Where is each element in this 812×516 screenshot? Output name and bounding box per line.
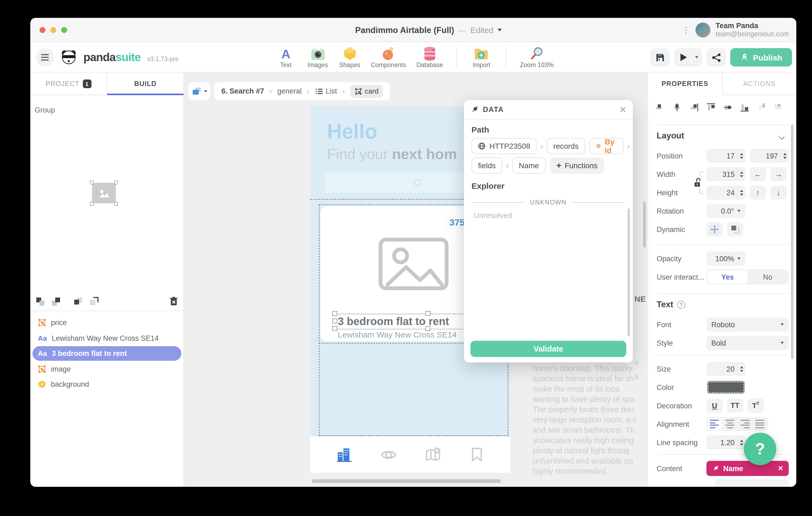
preview-button[interactable] xyxy=(674,48,702,66)
screen-selector-button[interactable] xyxy=(188,82,210,100)
remove-binding-icon[interactable]: ✕ xyxy=(778,465,783,472)
distribute-h-icon[interactable] xyxy=(757,103,766,112)
dynamic-position-button[interactable] xyxy=(706,222,723,236)
layer-row-subtitle[interactable]: Aa Lewisham Way New Cross SE14 xyxy=(32,331,181,345)
breadcrumb-card-selected[interactable]: card xyxy=(350,85,383,98)
add-functions-button[interactable]: + Functions xyxy=(550,157,604,174)
layer-row-title-selected[interactable]: Aa 3 bedroom flat to rent xyxy=(32,346,181,361)
rotation-dropdown[interactable]: 0.0° xyxy=(706,204,746,218)
minimize-window-button[interactable] xyxy=(50,27,56,33)
text-align-right-button[interactable] xyxy=(738,418,752,430)
byid-function-chip[interactable]: By Id xyxy=(589,138,624,154)
selected-text-element[interactable]: 3 bedroom flat to rent xyxy=(338,315,449,328)
tool-text[interactable]: A Text xyxy=(275,47,297,68)
bring-to-front-icon[interactable] xyxy=(52,297,61,306)
send-to-back-icon[interactable] xyxy=(89,297,98,306)
delete-layer-icon[interactable] xyxy=(169,296,178,306)
align-middle-v-icon[interactable] xyxy=(723,103,732,112)
hamburger-menu-button[interactable] xyxy=(36,48,54,66)
tab-project[interactable]: PROJECT 1 xyxy=(30,72,107,95)
height-stepper[interactable]: 24 xyxy=(706,185,746,200)
share-button[interactable] xyxy=(706,48,726,66)
tool-components[interactable]: Components xyxy=(371,47,406,68)
style-dropdown[interactable]: Bold xyxy=(706,336,789,350)
records-chip[interactable]: records xyxy=(547,138,585,154)
font-dropdown[interactable]: Roboto xyxy=(706,317,789,332)
layer-row-image[interactable]: image xyxy=(32,362,181,376)
layer-row-background[interactable]: background xyxy=(32,377,181,392)
tool-database[interactable]: Database xyxy=(416,47,443,68)
align-center-h-icon[interactable] xyxy=(673,103,682,112)
underline-button[interactable]: U xyxy=(706,399,723,413)
validate-button[interactable]: Validate xyxy=(470,341,626,357)
uppercase-button[interactable]: TT xyxy=(727,399,743,413)
kebab-menu-icon[interactable]: ⋮ xyxy=(682,25,690,35)
account-menu[interactable]: ⋮ Team Panda team@beingenious.com xyxy=(682,21,789,39)
nudge-right-button[interactable]: → xyxy=(770,167,787,181)
send-backward-icon[interactable] xyxy=(74,297,83,306)
nudge-down-button[interactable]: ↓ xyxy=(770,185,787,200)
close-window-button[interactable] xyxy=(39,27,46,33)
publish-button[interactable]: Publish xyxy=(730,48,792,66)
collapse-section-icon[interactable] xyxy=(779,133,784,139)
size-stepper[interactable]: 20 xyxy=(706,362,746,376)
text-align-left-button[interactable] xyxy=(707,418,722,430)
bring-forward-icon[interactable] xyxy=(36,297,45,306)
edited-caret-icon[interactable] xyxy=(498,29,502,31)
selection-handle[interactable] xyxy=(332,318,337,324)
card-subtitle-text[interactable]: Lewisham Way New Cross SE14 xyxy=(338,330,457,339)
source-chip[interactable]: HTTP23508 xyxy=(471,138,537,154)
distribute-v-icon[interactable] xyxy=(774,103,783,112)
edited-status[interactable]: Edited xyxy=(470,25,493,35)
breadcrumb-group[interactable]: general xyxy=(277,87,301,95)
bookmark-nav-icon[interactable] xyxy=(470,447,484,463)
buildings-nav-icon[interactable] xyxy=(336,447,352,463)
selection-handle[interactable] xyxy=(332,326,337,331)
align-top-icon[interactable] xyxy=(706,103,716,112)
toggle-yes[interactable]: Yes xyxy=(707,270,748,283)
tool-import[interactable]: Import xyxy=(471,47,492,68)
selection-handle[interactable] xyxy=(426,311,430,316)
eye-nav-icon[interactable] xyxy=(380,447,397,462)
letter-case-button[interactable]: TT xyxy=(748,399,764,413)
avatar[interactable] xyxy=(695,22,711,38)
breadcrumb-list[interactable]: List xyxy=(315,87,337,95)
map-nav-icon[interactable] xyxy=(425,447,442,463)
width-stepper[interactable]: 315 xyxy=(706,167,746,181)
dynamic-size-button[interactable] xyxy=(727,222,743,236)
canvas-vertical-scrollbar[interactable] xyxy=(643,202,646,248)
canvas-horizontal-scrollbar[interactable] xyxy=(312,479,501,483)
position-y-stepper[interactable]: 197 xyxy=(750,149,789,163)
save-button[interactable] xyxy=(650,48,670,66)
tab-actions[interactable]: ACTIONS xyxy=(722,72,796,95)
zoom-window-button[interactable] xyxy=(61,27,67,33)
close-popup-button[interactable]: ✕ xyxy=(619,105,626,114)
group-thumbnail[interactable] xyxy=(92,183,116,203)
popup-scrollbar[interactable] xyxy=(628,208,630,336)
selection-handle[interactable] xyxy=(332,311,337,316)
align-right-icon[interactable] xyxy=(689,103,699,112)
preview-options-caret-icon[interactable] xyxy=(695,56,698,58)
align-bottom-icon[interactable] xyxy=(740,103,750,112)
text-color-swatch[interactable] xyxy=(706,380,746,394)
tool-images[interactable]: Images xyxy=(307,47,328,68)
tab-properties[interactable]: PROPERTIES xyxy=(648,72,722,95)
align-left-icon[interactable] xyxy=(656,103,665,112)
help-question-icon[interactable]: ? xyxy=(677,300,685,309)
toggle-no[interactable]: No xyxy=(748,270,788,283)
help-fab-button[interactable]: ? xyxy=(744,433,776,465)
opacity-dropdown[interactable]: 100% xyxy=(706,251,746,266)
nudge-up-button[interactable]: ↑ xyxy=(750,185,766,200)
panel-scrollbar[interactable] xyxy=(791,124,793,359)
name-chip[interactable]: Name xyxy=(512,157,546,174)
tool-zoom[interactable]: Zoom 103% xyxy=(520,47,553,68)
line-spacing-stepper[interactable]: 1.20 xyxy=(706,435,746,450)
position-x-stepper[interactable]: 17 xyxy=(706,149,746,163)
text-align-center-button[interactable] xyxy=(723,418,737,430)
user-interaction-toggle[interactable]: Yes No xyxy=(706,269,789,284)
nudge-left-button[interactable]: ← xyxy=(750,167,766,181)
fields-chip[interactable]: fields xyxy=(471,157,502,174)
layer-row-price[interactable]: price xyxy=(32,315,181,330)
tab-build[interactable]: BUILD xyxy=(107,72,183,95)
content-binding-chip[interactable]: Name ✕ xyxy=(706,461,789,476)
